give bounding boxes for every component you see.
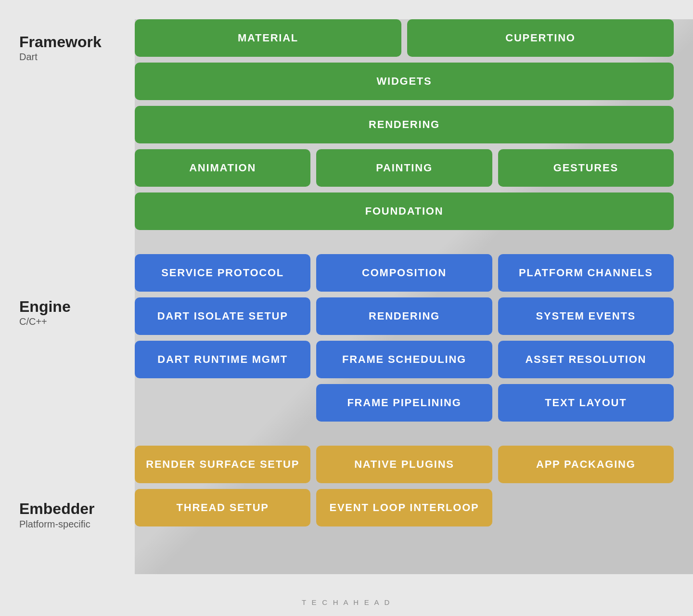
- engine-row-1: SERVICE PROTOCOL COMPOSITION PLATFORM CH…: [135, 254, 674, 292]
- cupertino-block[interactable]: CUPERTINO: [407, 19, 674, 57]
- painting-block[interactable]: PAINTING: [316, 149, 492, 187]
- framework-row-5: FOUNDATION: [135, 192, 674, 230]
- frame-scheduling-block[interactable]: FRAME SCHEDULING: [316, 341, 492, 378]
- thread-setup-block[interactable]: THREAD SETUP: [135, 489, 310, 526]
- embedder-section: RENDER SURFACE SETUP NATIVE PLUGINS APP …: [135, 446, 674, 526]
- animation-block[interactable]: ANIMATION: [135, 149, 310, 187]
- foundation-block[interactable]: FOUNDATION: [135, 192, 674, 230]
- framework-title: Framework: [19, 34, 135, 51]
- engine-section: SERVICE PROTOCOL COMPOSITION PLATFORM CH…: [135, 254, 674, 422]
- app-packaging-block[interactable]: APP PACKAGING: [498, 446, 674, 483]
- footer-text: T E C H A H E A D: [302, 598, 391, 606]
- engine-row-4: FRAME PIPELINING TEXT LAYOUT: [135, 384, 674, 422]
- framework-label: Framework Dart: [19, 34, 135, 63]
- material-block[interactable]: MATERIAL: [135, 19, 401, 57]
- rendering-eng-block[interactable]: RENDERING: [316, 297, 492, 335]
- engine-row-2: DART ISOLATE SETUP RENDERING SYSTEM EVEN…: [135, 297, 674, 335]
- widgets-block[interactable]: WIDGETS: [135, 63, 674, 100]
- dart-isolate-block[interactable]: DART ISOLATE SETUP: [135, 297, 310, 335]
- asset-resolution-block[interactable]: ASSET RESOLUTION: [498, 341, 674, 378]
- framework-row-3: RENDERING: [135, 106, 674, 143]
- framework-subtitle: Dart: [19, 51, 135, 63]
- frame-pipelining-block[interactable]: FRAME PIPELINING: [316, 384, 492, 422]
- embedder-subtitle: Platform-specific: [19, 519, 135, 530]
- composition-block[interactable]: COMPOSITION: [316, 254, 492, 292]
- embedder-label: Embedder Platform-specific: [19, 500, 135, 529]
- system-events-block[interactable]: SYSTEM EVENTS: [498, 297, 674, 335]
- native-plugins-block[interactable]: NATIVE PLUGINS: [316, 446, 492, 483]
- framework-row-2: WIDGETS: [135, 63, 674, 100]
- framework-row-1: MATERIAL CUPERTINO: [135, 19, 674, 57]
- platform-channels-block[interactable]: PLATFORM CHANNELS: [498, 254, 674, 292]
- service-protocol-block[interactable]: SERVICE PROTOCOL: [135, 254, 310, 292]
- rendering-fw-block[interactable]: RENDERING: [135, 106, 674, 143]
- event-loop-block[interactable]: EVENT LOOP INTERLOOP: [316, 489, 492, 526]
- text-layout-block[interactable]: TEXT LAYOUT: [498, 384, 674, 422]
- render-surface-block[interactable]: RENDER SURFACE SETUP: [135, 446, 310, 483]
- engine-label: Engine C/C++: [19, 298, 135, 327]
- framework-section: MATERIAL CUPERTINO WIDGETS: [135, 19, 674, 230]
- embedder-row-1: RENDER SURFACE SETUP NATIVE PLUGINS APP …: [135, 446, 674, 483]
- embedder-title: Embedder: [19, 500, 135, 517]
- dart-runtime-block[interactable]: DART RUNTIME MGMT: [135, 341, 310, 378]
- engine-subtitle: C/C++: [19, 316, 135, 327]
- engine-row-3: DART RUNTIME MGMT FRAME SCHEDULING ASSET…: [135, 341, 674, 378]
- gestures-block[interactable]: GESTURES: [498, 149, 674, 187]
- framework-row-4: ANIMATION PAINTING GESTURES: [135, 149, 674, 187]
- footer: T E C H A H E A D: [0, 593, 693, 616]
- engine-title: Engine: [19, 298, 135, 315]
- embedder-row-2: THREAD SETUP EVENT LOOP INTERLOOP: [135, 489, 674, 526]
